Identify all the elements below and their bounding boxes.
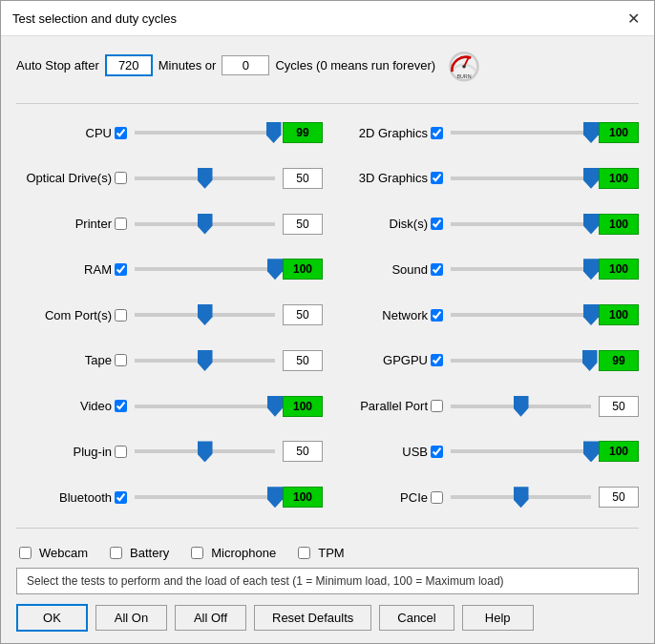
slider-thumb-printer[interactable] [198, 214, 213, 235]
slider-thumb-tape[interactable] [198, 350, 213, 371]
slider-track-printer[interactable] [135, 222, 275, 226]
slider-thumb-sound[interactable] [583, 259, 599, 280]
test-label-parallelport: Parallel Port [332, 399, 428, 413]
test-checkbox-tape[interactable] [115, 354, 127, 366]
cycles-input[interactable] [222, 55, 269, 75]
all-on-button[interactable]: All On [95, 605, 167, 631]
cancel-button[interactable]: Cancel [379, 605, 454, 631]
slider-thumb-pcie[interactable] [514, 487, 529, 508]
slider-track-bluetooth[interactable] [135, 495, 275, 499]
ok-button[interactable]: OK [16, 604, 88, 632]
minutes-input[interactable] [105, 54, 153, 76]
slider-thumb-gpgpu[interactable] [582, 350, 598, 371]
bottom-text-webcam: Webcam [39, 546, 88, 560]
slider-track-usb[interactable] [451, 449, 591, 453]
slider-thumb-comports[interactable] [198, 304, 213, 325]
test-row-tape: Tape50 [16, 340, 323, 382]
info-bar: Select the tests to perform and the load… [16, 568, 639, 594]
slider-track-ram[interactable] [135, 267, 275, 271]
test-checkbox-2dgraphics[interactable] [431, 127, 443, 139]
test-row-parallelport: Parallel Port50 [332, 385, 639, 427]
minutes-or-label: Minutes or [158, 58, 217, 73]
button-row: OK All On All Off Reset Defaults Cancel … [16, 604, 639, 632]
value-box-pcie: 50 [599, 487, 639, 508]
slider-track-optical[interactable] [135, 177, 275, 180]
test-label-plugin: Plug-in [16, 445, 112, 459]
main-window: Test selection and duty cycles ✕ Auto St… [0, 0, 655, 644]
test-label-printer: Printer [16, 217, 112, 231]
slider-track-cpu[interactable] [135, 131, 275, 135]
test-checkbox-video[interactable] [115, 400, 127, 412]
speedometer-icon: BURN [447, 48, 481, 82]
slider-thumb-parallelport[interactable] [514, 396, 529, 417]
test-checkbox-bluetooth[interactable] [115, 491, 127, 504]
test-checkbox-pcie[interactable] [431, 491, 443, 504]
slider-thumb-network[interactable] [583, 304, 599, 325]
slider-thumb-disks[interactable] [583, 214, 599, 235]
test-row-3dgraphics: 3D Graphics100 [332, 157, 639, 199]
slider-track-pcie[interactable] [451, 495, 591, 499]
value-box-ram: 100 [283, 259, 323, 280]
slider-thumb-ram[interactable] [267, 259, 283, 280]
test-checkbox-disks[interactable] [431, 218, 443, 230]
slider-thumb-cpu[interactable] [266, 122, 282, 143]
test-checkbox-sound[interactable] [431, 263, 443, 276]
test-checkbox-plugin[interactable] [115, 446, 127, 458]
test-checkbox-network[interactable] [431, 309, 443, 322]
slider-thumb-usb[interactable] [583, 441, 599, 462]
bottom-label-battery[interactable]: Battery [107, 546, 169, 560]
bottom-label-tpm[interactable]: TPM [295, 546, 344, 560]
test-row-ram: RAM100 [16, 248, 323, 290]
test-label-sound: Sound [332, 262, 428, 277]
test-checkbox-usb[interactable] [431, 446, 443, 458]
bottom-label-microphone[interactable]: Microphone [188, 546, 276, 560]
slider-track-comports[interactable] [135, 313, 275, 317]
slider-thumb-2dgraphics[interactable] [583, 122, 599, 143]
bottom-checkbox-microphone[interactable] [191, 547, 203, 559]
all-off-button[interactable]: All Off [175, 605, 246, 631]
bottom-text-microphone: Microphone [211, 546, 276, 560]
test-checkbox-printer[interactable] [115, 218, 127, 230]
bottom-label-webcam[interactable]: Webcam [16, 546, 88, 560]
test-checkbox-ram[interactable] [115, 263, 127, 276]
slider-thumb-bluetooth[interactable] [267, 487, 283, 508]
slider-track-disks[interactable] [451, 222, 591, 226]
slider-thumb-3dgraphics[interactable] [583, 168, 599, 189]
bottom-checkbox-battery[interactable] [110, 547, 122, 559]
value-box-gpgpu: 99 [599, 350, 639, 371]
value-box-optical: 50 [283, 168, 323, 189]
test-checkbox-3dgraphics[interactable] [431, 172, 443, 184]
slider-track-sound[interactable] [451, 267, 591, 271]
slider-track-3dgraphics[interactable] [451, 177, 591, 180]
test-checkbox-comports[interactable] [115, 309, 127, 322]
slider-track-video[interactable] [135, 405, 275, 408]
bottom-checkbox-webcam[interactable] [19, 547, 32, 559]
test-row-bluetooth: Bluetooth100 [16, 476, 323, 518]
tests-grid: CPU992D Graphics100Optical Drive(s)503D … [16, 112, 639, 520]
slider-track-2dgraphics[interactable] [451, 131, 591, 135]
test-checkbox-optical[interactable] [115, 172, 127, 184]
test-row-sound: Sound100 [332, 248, 639, 290]
slider-track-plugin[interactable] [135, 449, 275, 453]
test-label-gpgpu: GPGPU [332, 353, 428, 367]
slider-thumb-optical[interactable] [198, 168, 213, 189]
test-checkbox-gpgpu[interactable] [431, 354, 443, 366]
bottom-checkboxes: WebcamBatteryMicrophoneTPM [16, 546, 639, 560]
slider-track-parallelport[interactable] [451, 405, 591, 408]
test-checkbox-parallelport[interactable] [431, 400, 443, 412]
slider-track-tape[interactable] [135, 359, 275, 363]
slider-track-network[interactable] [451, 313, 591, 317]
test-label-2dgraphics: 2D Graphics [332, 126, 428, 140]
reset-defaults-button[interactable]: Reset Defaults [254, 605, 371, 631]
slider-track-gpgpu[interactable] [451, 359, 591, 363]
slider-thumb-plugin[interactable] [198, 441, 213, 462]
slider-thumb-video[interactable] [267, 396, 283, 417]
help-button[interactable]: Help [462, 605, 534, 631]
bottom-text-tpm: TPM [318, 546, 344, 560]
test-checkbox-cpu[interactable] [115, 127, 127, 139]
value-box-disks: 100 [599, 214, 639, 235]
bottom-checkbox-tpm[interactable] [298, 547, 310, 559]
test-row-pcie: PCIe50 [332, 476, 639, 518]
test-row-plugin: Plug-in50 [16, 430, 323, 472]
close-button[interactable]: ✕ [623, 9, 643, 28]
